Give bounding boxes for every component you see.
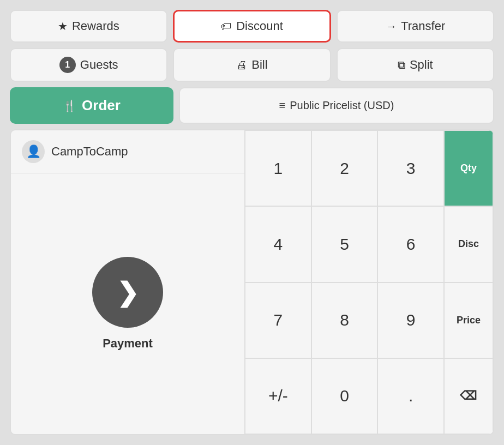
transfer-button[interactable]: → Transfer (337, 10, 494, 43)
discount-icon: 🏷 (221, 20, 232, 33)
split-button[interactable]: ⧉ Split (337, 48, 494, 82)
pricelist-label: Public Pricelist (USD) (290, 99, 394, 112)
numpad-2[interactable]: 2 (311, 130, 378, 206)
transfer-icon: → (386, 20, 397, 33)
numpad-3[interactable]: 3 (377, 130, 444, 206)
backspace-icon: ⌫ (460, 389, 477, 403)
bill-icon: 🖨 (236, 59, 247, 71)
numpad-6[interactable]: 6 (377, 206, 444, 282)
disc-button[interactable]: Disc (444, 206, 493, 282)
numpad-dot[interactable]: . (377, 358, 444, 434)
numpad-0[interactable]: 0 (311, 358, 378, 434)
order-icon: 🍴 (63, 99, 76, 112)
order-button[interactable]: 🍴 Order (10, 87, 173, 124)
numpad-7[interactable]: 7 (245, 282, 311, 358)
pricelist-icon: ≡ (279, 99, 286, 112)
order-label: Order (82, 97, 121, 114)
bill-label: Bill (251, 58, 267, 72)
discount-label: Discount (236, 19, 283, 33)
customer-row: 👤 CampToCamp (11, 130, 244, 173)
guests-label: Guests (80, 58, 118, 72)
payment-button[interactable]: ❯ (92, 257, 163, 328)
numpad-9[interactable]: 9 (377, 282, 444, 358)
split-icon: ⧉ (398, 59, 405, 71)
customer-name: CampToCamp (51, 145, 128, 159)
chevron-right-icon: ❯ (117, 277, 139, 308)
second-action-row: 1 Guests 🖨 Bill ⧉ Split (10, 48, 494, 82)
numpad-plusminus[interactable]: +/- (245, 358, 311, 434)
rewards-icon: ★ (58, 20, 68, 33)
backspace-button[interactable]: ⌫ (444, 358, 493, 434)
customer-icon: 👤 (22, 140, 45, 163)
numpad-1[interactable]: 1 (245, 130, 311, 206)
payment-label: Payment (103, 336, 153, 351)
customer-avatar-icon: 👤 (26, 145, 41, 159)
numpad-5[interactable]: 5 (311, 206, 378, 282)
numpad-4[interactable]: 4 (245, 206, 311, 282)
rewards-label: Rewards (72, 19, 119, 33)
guests-count: 1 (59, 57, 76, 73)
guests-button[interactable]: 1 Guests (10, 48, 167, 82)
pos-container: ★ Rewards 🏷 Discount → Transfer 1 Guests… (0, 0, 504, 445)
transfer-label: Transfer (401, 19, 445, 33)
main-area: 👤 CampToCamp ❯ Payment 1 2 3 Qty 4 5 6 D… (10, 129, 494, 435)
left-panel: 👤 CampToCamp ❯ Payment (10, 129, 244, 435)
bill-button[interactable]: 🖨 Bill (173, 48, 331, 82)
qty-button[interactable]: Qty (444, 130, 493, 206)
pricelist-button[interactable]: ≡ Public Pricelist (USD) (179, 87, 494, 124)
order-row: 🍴 Order ≡ Public Pricelist (USD) (10, 87, 494, 124)
price-button[interactable]: Price (444, 282, 493, 358)
discount-button[interactable]: 🏷 Discount (173, 10, 332, 43)
top-action-row: ★ Rewards 🏷 Discount → Transfer (10, 10, 494, 43)
rewards-button[interactable]: ★ Rewards (10, 10, 167, 43)
numpad-8[interactable]: 8 (311, 282, 378, 358)
split-label: Split (410, 58, 433, 72)
numpad-area: 1 2 3 Qty 4 5 6 Disc 7 8 9 Price +/- 0 .… (244, 129, 494, 435)
order-content: ❯ Payment (11, 173, 244, 434)
